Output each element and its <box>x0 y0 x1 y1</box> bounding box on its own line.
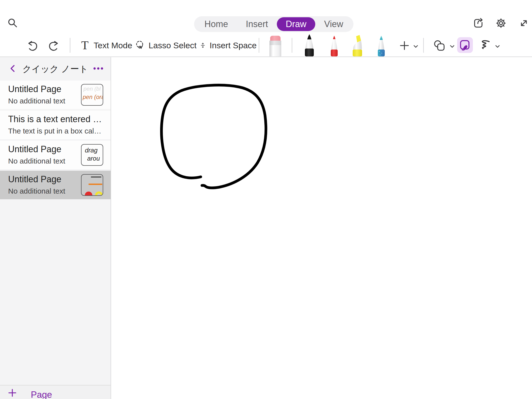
page-list-item[interactable]: Untitled Page No additional text pen (bl… <box>0 81 111 109</box>
chevron-down-icon <box>413 44 418 49</box>
share-button[interactable] <box>472 17 484 29</box>
add-page-button[interactable]: Page <box>8 388 102 398</box>
drawing-canvas[interactable] <box>112 57 532 399</box>
teal-pencil-icon <box>372 35 390 56</box>
divider <box>259 38 259 53</box>
divider <box>423 38 424 53</box>
scribble-dropdown[interactable] <box>495 44 500 49</box>
svg-text:pen (bl: pen (bl <box>83 85 101 92</box>
chevron-down-icon <box>450 44 455 49</box>
page-thumbnail <box>81 174 103 196</box>
black-pen-icon <box>300 34 318 56</box>
share-icon <box>472 17 484 29</box>
sidebar-footer: Page <box>0 385 111 399</box>
add-page-label: Page <box>31 390 52 399</box>
scribble-button[interactable] <box>478 39 492 52</box>
page-thumbnail: pen (bl pen (ora <box>81 84 103 106</box>
insert-space-icon <box>200 40 206 51</box>
insert-space-button[interactable]: Insert Space <box>200 37 257 53</box>
undo-icon <box>26 39 38 51</box>
settings-button[interactable] <box>495 17 507 29</box>
add-pen-button[interactable] <box>399 40 410 51</box>
teal-pencil-tool[interactable] <box>372 35 390 56</box>
ellipsis-icon <box>93 67 103 70</box>
settings-gear-icon <box>495 17 507 29</box>
shapes-button[interactable] <box>433 39 446 52</box>
page-list-item-selected[interactable]: Untitled Page No additional text <box>0 171 111 199</box>
app-window: Home Insert Draw View <box>0 0 532 399</box>
lasso-select-button[interactable]: Lasso Select <box>135 37 197 53</box>
add-pen-dropdown[interactable] <box>413 44 418 49</box>
tab-insert[interactable]: Insert <box>237 17 277 31</box>
undo-button[interactable] <box>26 39 38 51</box>
text-mode-icon: T <box>79 39 90 52</box>
plus-icon <box>8 389 17 397</box>
divider <box>70 38 70 53</box>
page-title: This is a text entered in... <box>8 114 103 124</box>
page-list-item[interactable]: This is a text entered in... The text is… <box>0 111 111 139</box>
eraser-icon <box>266 35 284 56</box>
chevron-down-icon <box>495 44 500 49</box>
ink-note-button[interactable] <box>457 37 473 53</box>
ribbon-tab-bar: Home Insert Draw View <box>194 16 353 32</box>
shapes-icon <box>433 39 446 52</box>
lasso-select-label: Lasso Select <box>149 41 197 50</box>
shapes-dropdown[interactable] <box>450 44 455 49</box>
search-icon <box>7 17 19 29</box>
plus-icon <box>399 40 410 51</box>
yellow-highlighter-icon <box>349 35 366 56</box>
hand-drawn-circle-path <box>162 85 266 188</box>
yellow-highlighter-tool[interactable] <box>349 35 366 56</box>
insert-space-label: Insert Space <box>210 41 257 50</box>
note-with-pen-icon <box>460 40 470 50</box>
sidebar-header: クイック ノート <box>0 57 111 80</box>
divider <box>292 38 292 53</box>
svg-text:T: T <box>81 39 88 52</box>
svg-text:drag: drag <box>85 147 98 154</box>
eraser-tool[interactable] <box>266 35 284 56</box>
ink-stroke-circle <box>112 57 532 399</box>
page-thumbnail: drag arou <box>81 144 103 166</box>
tab-draw[interactable]: Draw <box>277 17 315 31</box>
red-pen-tool[interactable] <box>325 35 343 56</box>
svg-text:pen (ora: pen (ora <box>83 94 103 100</box>
redo-button[interactable] <box>49 39 60 51</box>
svg-text:arou: arou <box>87 155 100 162</box>
fullscreen-button[interactable] <box>518 17 530 29</box>
tab-view[interactable]: View <box>315 17 352 31</box>
black-pen-tool[interactable] <box>300 34 318 56</box>
text-mode-label: Text Mode <box>94 41 132 50</box>
tab-home[interactable]: Home <box>196 17 237 31</box>
freehand-scribble-icon <box>478 39 492 52</box>
page-list-item[interactable]: Untitled Page No additional text drag ar… <box>0 141 111 169</box>
more-options-button[interactable] <box>93 67 103 70</box>
redo-icon <box>49 39 60 51</box>
text-mode-button[interactable]: T Text Mode <box>79 37 136 53</box>
search-button[interactable] <box>7 17 19 29</box>
lasso-select-icon <box>135 39 145 51</box>
page-list-sidebar: クイック ノート Untitled Page No additional tex… <box>0 57 111 399</box>
fullscreen-expand-icon <box>518 17 530 29</box>
page-subtitle: The text is put in a box called... <box>8 127 103 135</box>
red-pen-icon <box>325 35 343 56</box>
